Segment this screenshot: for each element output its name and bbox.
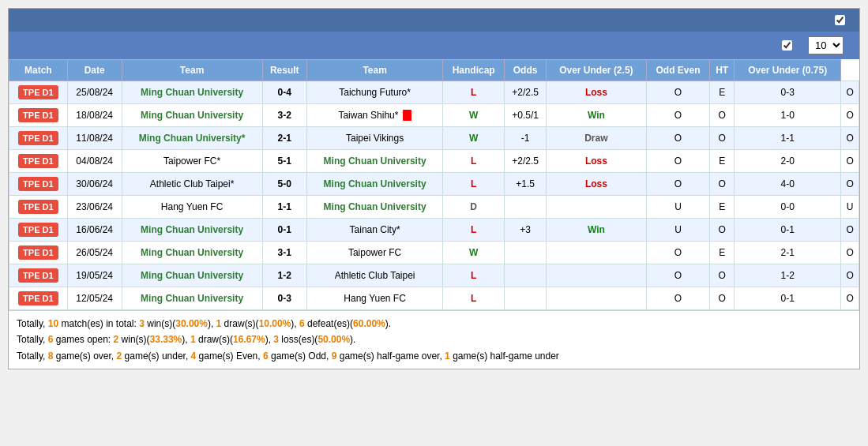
- cell-score: 3-2: [262, 104, 307, 127]
- cell-ou075: O: [841, 242, 859, 264]
- cell-team1: Ming Chuan University: [122, 219, 262, 242]
- cell-odds: [547, 264, 647, 287]
- cell-match: TPE D1: [9, 264, 68, 287]
- cell-score: 2-1: [262, 127, 307, 150]
- cell-match: TPE D1: [9, 104, 68, 127]
- cell-result: W: [443, 242, 505, 264]
- scores-table: Match Date Team Result Team Handicap Odd…: [9, 59, 859, 310]
- cell-ou075: O: [841, 81, 859, 104]
- table-header-row: Match Date Team Result Team Handicap Odd…: [9, 60, 859, 81]
- cell-team2: Hang Yuen FC: [307, 287, 443, 310]
- cell-team2: Taichung Futuro*: [307, 81, 443, 104]
- tpe-d1-filter-label: [782, 40, 795, 51]
- cell-ou: O: [646, 104, 709, 127]
- table-row: TPE D1 30/06/24 Athletic Club Taipei* 5-…: [9, 173, 859, 196]
- cell-ou: U: [646, 196, 709, 219]
- cell-date: 04/08/24: [67, 150, 122, 173]
- filter-bar: 10 5 15 20 30: [9, 32, 859, 59]
- cell-score: 0-1: [262, 219, 307, 242]
- tpe-d1-checkbox[interactable]: [782, 40, 792, 51]
- cell-odds: Loss: [547, 150, 647, 173]
- match-badge: TPE D1: [18, 85, 58, 99]
- display-notes-checkbox[interactable]: [835, 15, 845, 25]
- cell-match: TPE D1: [9, 173, 68, 196]
- cell-match: TPE D1: [9, 81, 68, 104]
- cell-team1: Ming Chuan University: [122, 242, 262, 264]
- match-badge: TPE D1: [18, 200, 58, 214]
- cell-team2: Taipei Vikings: [307, 127, 443, 150]
- cell-team2: Athletic Club Taipei: [307, 264, 443, 287]
- table-body: TPE D1 25/08/24 Ming Chuan University 0-…: [9, 81, 859, 310]
- cell-score: 1-2: [262, 264, 307, 287]
- col-odds: Odds: [505, 60, 547, 81]
- match-badge: TPE D1: [18, 291, 58, 305]
- cell-ou075: O: [841, 219, 859, 242]
- col-team1: Team: [122, 60, 262, 81]
- cell-match: TPE D1: [9, 219, 68, 242]
- cell-handicap: +1.5: [505, 173, 547, 196]
- cell-ht: 2-0: [735, 150, 841, 173]
- table-row: TPE D1 19/05/24 Ming Chuan University 1-…: [9, 264, 859, 287]
- cell-ou: O: [646, 81, 709, 104]
- cell-oe: O: [710, 264, 735, 287]
- cell-date: 18/08/24: [67, 104, 122, 127]
- cell-odds: Loss: [547, 81, 647, 104]
- cell-oe: E: [710, 196, 735, 219]
- cell-ht: 1-2: [735, 264, 841, 287]
- table-row: TPE D1 23/06/24 Hang Yuen FC 1-1 Ming Ch…: [9, 196, 859, 219]
- cell-team2: Ming Chuan University: [307, 173, 443, 196]
- match-badge: TPE D1: [18, 108, 58, 122]
- cell-ou075: O: [841, 127, 859, 150]
- cell-result: W: [443, 104, 505, 127]
- cell-date: 23/06/24: [67, 196, 122, 219]
- col-over-under-075: Over Under (0.75): [735, 60, 841, 81]
- cell-match: TPE D1: [9, 196, 68, 219]
- cell-ht: 2-1: [735, 242, 841, 264]
- cell-handicap: +3: [505, 219, 547, 242]
- cell-ou075: O: [841, 287, 859, 310]
- cell-match: TPE D1: [9, 127, 68, 150]
- cell-oe: E: [710, 150, 735, 173]
- stat-line-2: Totally, 6 games open: 2 win(s)(33.33%),…: [17, 332, 851, 347]
- cell-date: 25/08/24: [67, 81, 122, 104]
- cell-ou075: U: [841, 196, 859, 219]
- stat-line-1: Totally, 10 match(es) in total: 3 win(s)…: [17, 316, 851, 332]
- cell-oe: O: [710, 104, 735, 127]
- table-row: TPE D1 18/08/24 Ming Chuan University 3-…: [9, 104, 859, 127]
- cell-handicap: +0.5/1: [505, 104, 547, 127]
- games-select[interactable]: 10 5 15 20 30: [808, 36, 844, 54]
- cell-team2: Taipower FC: [307, 242, 443, 264]
- main-container: 10 5 15 20 30 Match Date Team Result Tea…: [8, 8, 860, 369]
- cell-ht: 0-3: [735, 81, 841, 104]
- cell-ht: 0-1: [735, 287, 841, 310]
- col-over-under: Over Under (2.5): [547, 60, 647, 81]
- cell-oe: O: [710, 127, 735, 150]
- cell-team2: Ming Chuan University: [307, 150, 443, 173]
- cell-result: L: [443, 219, 505, 242]
- col-match: Match: [9, 60, 68, 81]
- cell-ou075: O: [841, 264, 859, 287]
- table-row: TPE D1 16/06/24 Ming Chuan University 0-…: [9, 219, 859, 242]
- table-row: TPE D1 04/08/24 Taipower FC* 5-1 Ming Ch…: [9, 150, 859, 173]
- cell-date: 12/05/24: [67, 287, 122, 310]
- cell-result: L: [443, 173, 505, 196]
- col-ht: HT: [710, 60, 735, 81]
- cell-score: 5-1: [262, 150, 307, 173]
- match-badge: TPE D1: [18, 154, 58, 168]
- stat-line-3: Totally, 8 game(s) over, 2 game(s) under…: [17, 348, 851, 364]
- cell-score: 0-3: [262, 287, 307, 310]
- cell-odds: [547, 196, 647, 219]
- cell-result: L: [443, 287, 505, 310]
- cell-handicap: [505, 242, 547, 264]
- match-badge: TPE D1: [18, 131, 58, 145]
- cell-odds: Win: [547, 219, 647, 242]
- cell-odds: Draw: [547, 127, 647, 150]
- cell-oe: O: [710, 287, 735, 310]
- cell-team1: Hang Yuen FC: [122, 196, 262, 219]
- cell-result: L: [443, 264, 505, 287]
- col-date: Date: [67, 60, 122, 81]
- cell-ou075: O: [841, 104, 859, 127]
- cell-result: D: [443, 196, 505, 219]
- cell-handicap: +2/2.5: [505, 81, 547, 104]
- cell-score: 3-1: [262, 242, 307, 264]
